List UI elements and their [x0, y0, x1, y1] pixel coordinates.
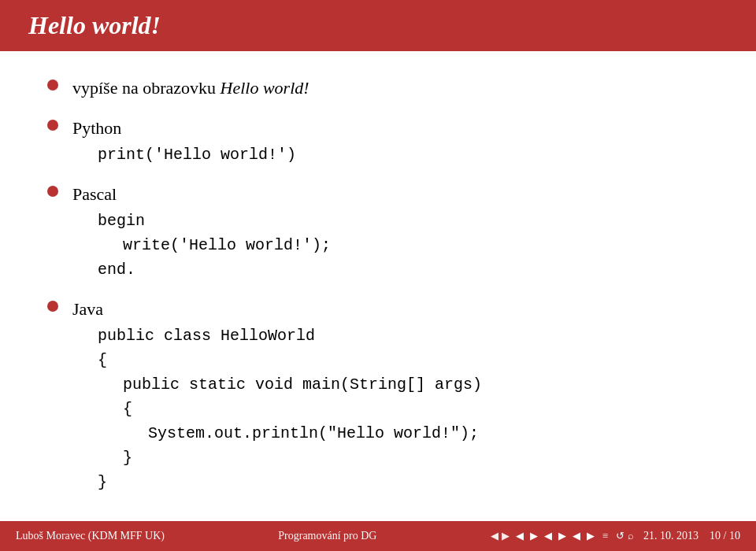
slide-content: vypíše na obrazovku Hello world! Python … — [0, 51, 756, 521]
item-3-label: Pascal — [72, 181, 331, 207]
list-item: Java public class HelloWorld { public st… — [47, 296, 709, 494]
item-2-content: Python print('Hello world!') — [72, 115, 296, 167]
item-4-label: Java — [72, 296, 482, 322]
list-item: vypíše na obrazovku Hello world! — [47, 75, 709, 101]
item-3-content: Pascal begin write('Hello world!'); end. — [72, 181, 331, 282]
footer: Luboš Moravec (KDM MFF UK) Programování … — [0, 521, 756, 551]
item-2-code: print('Hello world!') — [72, 142, 296, 167]
bullet-icon — [47, 80, 58, 91]
footer-date: 21. 10. 2013 10 / 10 — [643, 530, 740, 542]
item-3-code: begin write('Hello world!'); end. — [72, 209, 331, 282]
list-item: Python print('Hello world!') — [47, 115, 709, 167]
bullet-icon — [47, 186, 58, 197]
bullet-icon — [47, 120, 58, 131]
nav-right-icon[interactable]: ▶ — [502, 530, 510, 542]
list-item: Pascal begin write('Hello world!'); end. — [47, 181, 709, 282]
footer-title: Programování pro DG — [278, 530, 376, 542]
title-text: Hello world! — [28, 11, 161, 40]
slide-title: Hello world! — [0, 0, 756, 51]
search-icon[interactable]: ⌕ — [628, 530, 634, 542]
item-2-label: Python — [72, 115, 296, 141]
nav-icons[interactable]: ◀ ▶ ◀ ▶ ◀ ▶ ◀ ▶ ≡ ↺ ⌕ — [491, 530, 634, 542]
item-4-code: public class HelloWorld { public static … — [72, 324, 482, 494]
bullet-icon — [47, 301, 58, 312]
prev-icon[interactable]: ◀ — [491, 530, 498, 542]
footer-right: ◀ ▶ ◀ ▶ ◀ ▶ ◀ ▶ ≡ ↺ ⌕ 21. 10. 2013 10 / … — [491, 530, 740, 542]
item-1-text: vypíše na obrazovku Hello world! — [72, 78, 309, 98]
item-4-content: Java public class HelloWorld { public st… — [72, 296, 482, 494]
item-1-content: vypíše na obrazovku Hello world! — [72, 75, 309, 101]
refresh-icon[interactable]: ↺ — [616, 530, 624, 542]
footer-author: Luboš Moravec (KDM MFF UK) — [16, 530, 165, 542]
